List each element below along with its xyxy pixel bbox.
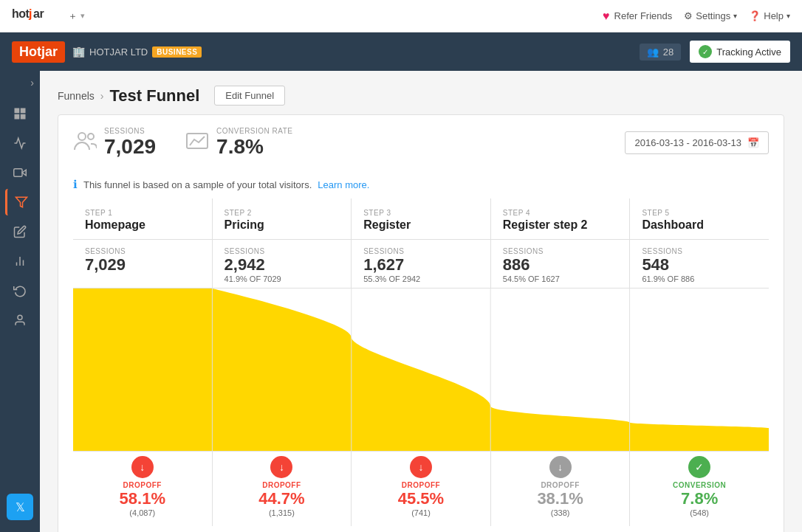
twitter-icon[interactable]: 𝕏 xyxy=(7,494,33,520)
step-3-name: Register xyxy=(363,218,479,232)
gear-icon: ⚙ xyxy=(684,10,693,21)
sessions-pct-3: 55.3% OF 2942 xyxy=(363,274,479,283)
dropoff-col-3: ↓ DROPOFF 45.5% (741) xyxy=(352,452,491,526)
date-picker[interactable]: 2016-03-13 - 2016-03-13 📅 xyxy=(625,131,769,154)
refer-friends-button[interactable]: ♥ Refer Friends xyxy=(603,10,672,23)
dropoff-pct-1: 58.1% xyxy=(120,489,165,508)
conversion-icon xyxy=(185,131,209,156)
dropoff-icon-1: ↓ xyxy=(131,456,154,478)
calendar-icon: 📅 xyxy=(747,137,759,148)
question-icon: ❓ xyxy=(749,10,761,21)
step-col-3: STEP 3 Register xyxy=(352,198,491,239)
step-col-1: STEP 1 Homepage xyxy=(73,198,213,239)
add-button[interactable]: ＋ ▾ xyxy=(68,10,85,23)
svg-text:ar: ar xyxy=(33,7,44,20)
app-bar: Hotjar 🏢 HOTJAR LTD BUSINESS 👥 28 ✓ Trac… xyxy=(0,32,802,71)
sidebar-toggle[interactable]: › xyxy=(30,77,40,89)
hotjar-brand: Hotjar xyxy=(12,41,65,63)
help-button[interactable]: ❓ Help ▾ xyxy=(749,10,790,21)
info-icon: ℹ xyxy=(73,178,78,191)
dropoff-col-1: ↓ DROPOFF 58.1% (4,087) xyxy=(73,452,213,526)
dropoff-icon-4: ↓ xyxy=(549,456,572,478)
svg-marker-9 xyxy=(16,197,27,207)
business-badge: BUSINESS xyxy=(152,46,202,58)
company-name-label: HOTJAR LTD xyxy=(89,46,148,58)
step-col-4: STEP 4 Register step 2 xyxy=(491,198,631,239)
refer-friends-label: Refer Friends xyxy=(614,10,673,21)
svg-point-14 xyxy=(78,133,86,140)
dropoff-col-5: ✓ CONVERSION 7.8% (548) xyxy=(630,452,769,526)
step-3-label: STEP 3 xyxy=(363,209,479,217)
steps-row: STEP 1 Homepage STEP 2 Pricing STEP 3 Re… xyxy=(73,198,769,240)
dropoff-icon-3: ↓ xyxy=(410,456,432,478)
sidebar-item-users[interactable] xyxy=(5,307,35,334)
settings-label: Settings xyxy=(696,10,730,21)
sessions-stat: SESSIONS 7,029 xyxy=(73,127,156,159)
plus-icon: ＋ xyxy=(68,10,78,23)
top-nav: hot j ar ＋ ▾ ♥ Refer Friends ⚙ Settings … xyxy=(0,0,802,32)
sessions-label: SESSIONS xyxy=(104,127,156,135)
sessions-pct-2: 41.9% OF 7029 xyxy=(225,274,340,283)
sidebar-bottom: 𝕏 xyxy=(7,494,33,520)
users-count-badge[interactable]: 👥 28 xyxy=(640,44,681,61)
funnels-link[interactable]: Funnels xyxy=(58,90,95,102)
top-nav-right: ♥ Refer Friends ⚙ Settings ▾ ❓ Help ▾ xyxy=(603,10,790,23)
svg-point-13 xyxy=(18,315,22,319)
sessions-value-4: 886 xyxy=(503,255,618,274)
svg-text:j: j xyxy=(28,7,32,20)
dropoff-label-1: DROPOFF xyxy=(123,481,162,489)
sessions-info: SESSIONS 7,029 xyxy=(104,127,156,159)
breadcrumb-separator: › xyxy=(100,90,104,102)
chevron-down-icon-help: ▾ xyxy=(786,12,790,20)
app-bar-right: 👥 28 ✓ Tracking Active xyxy=(640,41,790,63)
settings-button[interactable]: ⚙ Settings ▾ xyxy=(684,10,737,21)
sessions-col-2: SESSIONS 2,942 41.9% OF 7029 xyxy=(213,240,352,288)
date-range-label: 2016-03-13 - 2016-03-13 xyxy=(634,137,741,148)
company-info: 🏢 HOTJAR LTD BUSINESS xyxy=(72,46,202,58)
sessions-value-1: 7,029 xyxy=(85,255,200,274)
sidebar-item-activity[interactable] xyxy=(5,130,35,156)
building-icon: 🏢 xyxy=(72,46,85,58)
sidebar-item-recordings[interactable] xyxy=(5,159,35,186)
step-1-label: STEP 1 xyxy=(85,209,200,217)
dropoff-pct-4: 38.1% xyxy=(537,489,583,508)
svg-text:hot: hot xyxy=(12,7,30,20)
sessions-value-2: 2,942 xyxy=(225,255,340,274)
sidebar-item-surveys[interactable] xyxy=(5,218,35,245)
sessions-label-4: SESSIONS xyxy=(503,247,618,255)
svg-marker-7 xyxy=(22,170,26,176)
dropoff-count-2: (1,315) xyxy=(269,508,295,517)
sidebar-item-funnels[interactable] xyxy=(5,189,35,215)
help-label: Help xyxy=(764,10,784,21)
edit-funnel-button[interactable]: Edit Funnel xyxy=(214,86,285,106)
dropoff-count-3: (741) xyxy=(411,508,431,517)
conversion-info: CONVERSION RATE 7.8% xyxy=(216,127,292,159)
tracking-active-badge: ✓ Tracking Active xyxy=(690,41,790,63)
info-text: This funnel is based on a sample of your… xyxy=(83,179,312,190)
sessions-value-3: 1,627 xyxy=(363,255,479,274)
funnel-svg xyxy=(73,289,769,451)
svg-rect-6 xyxy=(21,114,26,120)
app-bar-left: Hotjar 🏢 HOTJAR LTD BUSINESS xyxy=(12,41,202,63)
sessions-pct-5: 61.9% OF 886 xyxy=(642,274,757,283)
sidebar: › 𝕏 xyxy=(0,71,40,532)
top-nav-left: hot j ar ＋ ▾ xyxy=(12,5,85,27)
step-4-label: STEP 4 xyxy=(503,209,618,217)
tracking-dot: ✓ xyxy=(699,45,712,58)
dropoff-count-1: (4,087) xyxy=(129,508,155,517)
step-2-label: STEP 2 xyxy=(225,209,340,217)
stats-metrics: SESSIONS 7,029 CONVERSION RATE 7.8% xyxy=(73,127,293,159)
dropoff-label-2: DROPOFF xyxy=(262,481,301,489)
sessions-label-1: SESSIONS xyxy=(85,247,200,255)
sidebar-item-history[interactable] xyxy=(5,277,35,304)
learn-more-link[interactable]: Learn more. xyxy=(318,179,369,190)
users-icon: 👥 xyxy=(647,46,659,58)
sessions-label-2: SESSIONS xyxy=(225,247,340,255)
sidebar-item-reports[interactable] xyxy=(5,248,35,274)
hotjar-logo: hot j ar xyxy=(12,5,56,27)
sidebar-item-dashboard[interactable] xyxy=(5,100,35,127)
add-label: ▾ xyxy=(80,11,85,21)
stats-card: SESSIONS 7,029 CONVERSION RATE 7.8% xyxy=(58,114,784,532)
step-5-name: Dashboard xyxy=(642,218,757,232)
sessions-pct-4: 54.5% OF 1627 xyxy=(503,274,618,283)
